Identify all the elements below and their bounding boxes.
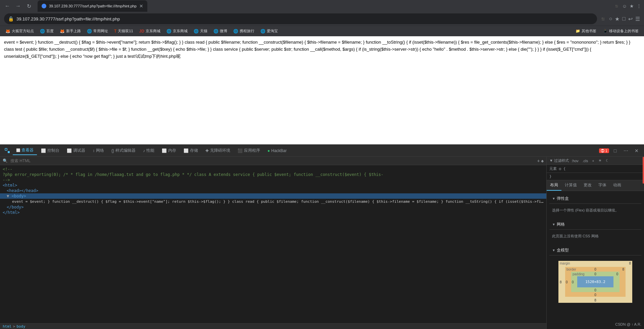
- html-line-php-comment[interactable]: ?php error_reporting(0); /* * flag in /h…: [0, 172, 546, 177]
- changyong-icon: 🌐: [87, 29, 92, 34]
- console-tab-icon: ⬜: [41, 148, 46, 153]
- devtools-tab-application[interactable]: ⬛ 应用程序: [234, 146, 263, 155]
- application-tab-label: 应用程序: [244, 148, 260, 153]
- bookmark-tianmao2[interactable]: 🌐 天猫: [191, 27, 210, 35]
- html-line-body-close[interactable]: </body>: [0, 204, 546, 210]
- html-line-body-text[interactable]: event = $event; } function __destruct() …: [0, 199, 546, 204]
- grid-section: ▼ 网格 此页面上没有使用 CSS 网格: [549, 220, 641, 243]
- inspect-element-button[interactable]: [3, 146, 12, 155]
- breadcrumb-body[interactable]: body: [16, 324, 26, 329]
- html-line-comment-open[interactable]: <!--: [0, 167, 546, 172]
- devtools-tab-hackbar[interactable]: ● HackBar: [264, 147, 290, 154]
- head-tag: <head></head>: [7, 188, 38, 193]
- address-actions: ◾ ○ ★ □ ↩ ☰: [600, 16, 640, 22]
- right-tab-computed[interactable]: 计算值: [561, 180, 580, 191]
- bookmark-tianmao[interactable]: T 天猫双11: [111, 27, 136, 35]
- bookmark-xiecheng[interactable]: 🌐 携程旅行: [231, 27, 257, 35]
- right-panel: ▼ 过滤样式 :hov .cls + ☀ ☾ 元素 ◎ { } 布局 计算值 更…: [547, 157, 644, 329]
- html-line-head[interactable]: <head></head>: [0, 188, 546, 193]
- bookmark-label: 京东商城: [173, 29, 188, 34]
- bookmark-changyong[interactable]: 🌐 常用网址: [84, 27, 111, 35]
- responsive-mode-button[interactable]: □: [610, 146, 620, 155]
- breadcrumb-html[interactable]: html: [3, 324, 12, 329]
- flexbox-section-header[interactable]: ▼ 弹性盒: [549, 194, 641, 204]
- html-line-body-open[interactable]: ▼ <body>: [0, 193, 546, 199]
- grid-section-header[interactable]: ▼ 网格: [549, 220, 641, 230]
- back-alt-button[interactable]: ↩: [628, 16, 633, 22]
- filter-hov-button[interactable]: :hov: [570, 158, 580, 163]
- filter-sun-button[interactable]: ☀: [597, 158, 603, 163]
- devtools-tab-storage[interactable]: ⬜ 存储: [180, 146, 201, 155]
- devtools-tab-network[interactable]: ↕ 网络: [89, 146, 107, 155]
- bookmark-weibo[interactable]: 🌐 微博: [211, 27, 230, 35]
- star-button[interactable]: ★: [615, 16, 620, 22]
- bookmark-huohu[interactable]: 🦊 火狐官方站点: [3, 27, 37, 35]
- style-editor-tab-icon: {}: [111, 148, 114, 153]
- new-tab-button[interactable]: □: [622, 16, 626, 22]
- devtools-body: 🔍 + ♠ <!-- ?php error_reporting(0); /* *…: [0, 157, 644, 329]
- bookmark-other[interactable]: 📁 其他书签: [573, 27, 599, 35]
- active-tab[interactable]: 39.107.239.30:7777/ssrf.php?path=file://…: [38, 0, 147, 12]
- right-panel-tabs: 布局 计算值 更改 字体 动画: [547, 180, 644, 191]
- bookmark-xinshou[interactable]: 🦊 新手上路: [57, 27, 84, 35]
- devtools-tab-performance[interactable]: ♪ 性能: [140, 146, 158, 155]
- bookmark-aitaobao[interactable]: 🌐 爱淘宝: [258, 27, 281, 35]
- devtools-tab-console[interactable]: ⬜ 控制台: [38, 146, 63, 155]
- right-tab-changes[interactable]: 更改: [580, 180, 595, 191]
- extensions-button[interactable]: ◾: [614, 3, 620, 9]
- bookmark-label: 微博: [220, 29, 227, 34]
- forward-button[interactable]: →: [13, 1, 23, 11]
- bookmark-baidu[interactable]: 🌐 百度: [37, 27, 56, 35]
- html-search-input[interactable]: [10, 158, 534, 163]
- security-icon: 🔒: [8, 16, 14, 21]
- bookmark-button[interactable]: ★: [630, 3, 634, 9]
- url-input[interactable]: [16, 16, 593, 21]
- bookmark-jd2[interactable]: 🌐 京东商城: [164, 27, 190, 35]
- reload-button[interactable]: ↻: [24, 1, 34, 11]
- bookmark-mobile[interactable]: 📱 移动设备上的书签: [600, 27, 641, 35]
- performance-tab-icon: ♪: [143, 148, 145, 153]
- flexbox-description: 选择一个弹性 (Flex) 容器或项目以继续。: [552, 206, 639, 214]
- devtools-tab-memory[interactable]: ⬜ 内存: [158, 146, 180, 155]
- tab-favicon: [42, 4, 46, 8]
- csdn-watermark: CSDN @ ↑ A.R.: [615, 322, 641, 326]
- bookmark-jd[interactable]: JD 京东商城: [137, 27, 163, 35]
- tab-close-button[interactable]: ✕: [139, 3, 143, 9]
- add-node-button[interactable]: +: [537, 158, 540, 163]
- padding-label: padding: [573, 272, 585, 276]
- html-line-html-open[interactable]: <html>: [0, 183, 546, 188]
- devtools-tab-inspector[interactable]: ⬜ 查看器: [13, 146, 37, 155]
- extension-icon-1[interactable]: ◾: [600, 16, 606, 22]
- html-line-comment-close[interactable]: -->: [0, 177, 546, 183]
- border-left-val: 0: [566, 280, 568, 284]
- weibo-icon: 🌐: [213, 29, 218, 34]
- filter-moon-button[interactable]: ☾: [604, 158, 610, 163]
- filter-cls-button[interactable]: .cls: [581, 158, 590, 163]
- html-line-html-close[interactable]: </html>: [0, 210, 546, 215]
- url-bar[interactable]: 🔒: [4, 13, 597, 24]
- devtools-tab-style-editor[interactable]: {} 样式编辑器: [108, 146, 139, 155]
- pick-element-button[interactable]: ♠: [541, 158, 544, 163]
- bookmarks-right: 📁 其他书签 📱 移动设备上的书签: [573, 27, 641, 35]
- menu-button[interactable]: ☰: [635, 16, 640, 22]
- tab-title: 39.107.239.30:7777/ssrf.php?path=file://…: [49, 4, 137, 8]
- bookmarks-bar: 🦊 火狐官方站点 🌐 百度 🦊 新手上路 🌐 常用网址 T 天猫双11 JD 京…: [0, 26, 644, 36]
- right-tab-fonts[interactable]: 字体: [595, 180, 610, 191]
- back-button[interactable]: ←: [3, 1, 12, 11]
- box-model-section-header[interactable]: ▼ 盒模型: [549, 245, 641, 255]
- right-tab-layout[interactable]: 布局: [547, 180, 561, 191]
- box-model-diagram: margin 8 8 8 border 8 0 0 0: [558, 261, 632, 303]
- error-badge: ⓵ 1: [599, 148, 609, 153]
- xinshou-icon: 🦊: [60, 29, 65, 34]
- account-button[interactable]: ☺: [622, 3, 627, 9]
- right-tab-animations[interactable]: 动画: [610, 180, 625, 191]
- extension-icon-2[interactable]: ○: [609, 16, 612, 22]
- devtools-tab-accessibility[interactable]: ✚ 无障碍环境: [202, 146, 234, 155]
- devtools-tab-debugger[interactable]: ⬜ 调试器: [63, 146, 89, 155]
- devtools-more-button[interactable]: ⋯: [621, 146, 631, 155]
- more-button[interactable]: ⋮: [637, 3, 641, 9]
- filter-add-button[interactable]: +: [591, 158, 595, 163]
- html-search-actions: + ♠: [537, 158, 544, 163]
- bookmark-label: 爱淘宝: [267, 29, 278, 34]
- devtools-close-button[interactable]: ✕: [632, 146, 641, 155]
